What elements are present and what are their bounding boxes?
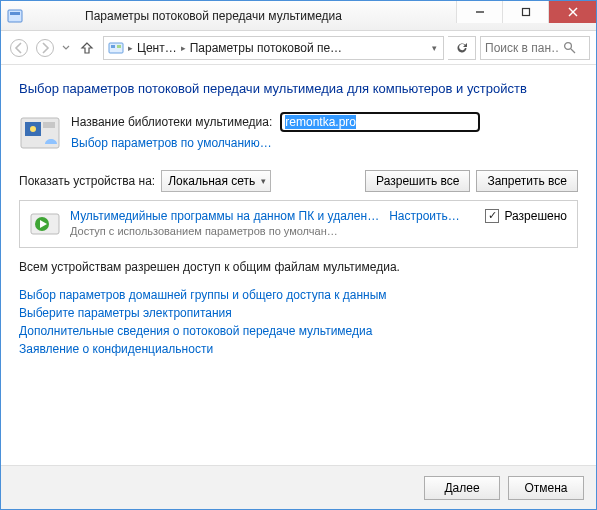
select-value: Локальная сеть: [168, 174, 255, 188]
refresh-button[interactable]: [448, 36, 476, 60]
svg-point-7: [37, 39, 54, 56]
svg-point-6: [11, 39, 28, 56]
media-program-icon: [30, 209, 60, 239]
search-box[interactable]: [480, 36, 590, 60]
svg-point-11: [565, 43, 572, 50]
nav-forward-button[interactable]: [33, 36, 57, 60]
show-devices-label: Показать устройства на:: [19, 174, 155, 188]
chevron-right-icon: ▸: [181, 43, 186, 53]
device-allowed-checkbox[interactable]: [485, 209, 499, 223]
titlebar: Параметры потоковой передачи мультимедиа: [1, 1, 596, 31]
chevron-down-icon[interactable]: ▾: [432, 43, 437, 53]
library-name-label: Название библиотеки мультимедиа:: [71, 115, 272, 129]
close-button[interactable]: [548, 1, 596, 23]
maximize-button[interactable]: [502, 1, 548, 23]
device-status-label: Разрешено: [504, 209, 567, 223]
footnote-text: Всем устройствам разрешен доступ к общим…: [19, 260, 578, 274]
device-subtext: Доступ с использованием параметров по ум…: [70, 225, 475, 237]
svg-rect-9: [111, 45, 115, 48]
nav-back-button[interactable]: [7, 36, 31, 60]
address-bar[interactable]: ▸ Цент… ▸ Параметры потоковой пе… ▾: [103, 36, 444, 60]
svg-line-12: [571, 49, 575, 53]
chevron-down-icon: ▾: [261, 176, 266, 186]
footer: Далее Отмена: [1, 465, 596, 509]
block-all-button[interactable]: Запретить все: [476, 170, 578, 192]
allow-all-button[interactable]: Разрешить все: [365, 170, 470, 192]
search-icon: [563, 41, 576, 54]
device-row: Мультимедийные программы на данном ПК и …: [19, 200, 578, 248]
streaming-info-link[interactable]: Дополнительные сведения о потоковой пере…: [19, 324, 578, 338]
default-settings-link[interactable]: Выбор параметров по умолчанию…: [71, 136, 272, 150]
device-configure-link[interactable]: Настроить…: [389, 209, 460, 223]
window-title: Параметры потоковой передачи мультимедиа: [0, 9, 456, 23]
media-library-icon: [19, 112, 61, 154]
search-input[interactable]: [485, 41, 559, 55]
nav-up-button[interactable]: [75, 36, 99, 60]
library-name-input[interactable]: [280, 112, 480, 132]
svg-rect-3: [522, 9, 529, 16]
navbar: ▸ Цент… ▸ Параметры потоковой пе… ▾: [1, 31, 596, 65]
breadcrumb[interactable]: Параметры потоковой пе…: [190, 41, 342, 55]
homegroup-sharing-link[interactable]: Выбор параметров домашней группы и общег…: [19, 288, 578, 302]
network-scope-select[interactable]: Локальная сеть ▾: [161, 170, 271, 192]
page-heading: Выбор параметров потоковой передачи муль…: [19, 81, 578, 98]
minimize-button[interactable]: [456, 1, 502, 23]
power-options-link[interactable]: Выберите параметры электропитания: [19, 306, 578, 320]
chevron-right-icon: ▸: [128, 43, 133, 53]
device-title-link[interactable]: Мультимедийные программы на данном ПК и …: [70, 209, 379, 223]
svg-rect-10: [117, 45, 121, 48]
privacy-statement-link[interactable]: Заявление о конфиденциальности: [19, 342, 578, 356]
next-button[interactable]: Далее: [424, 476, 500, 500]
breadcrumb[interactable]: Цент…: [137, 41, 177, 55]
svg-point-15: [30, 126, 36, 132]
nav-history-dropdown[interactable]: [59, 36, 73, 60]
control-panel-icon: [108, 40, 124, 56]
svg-rect-16: [43, 122, 55, 128]
cancel-button[interactable]: Отмена: [508, 476, 584, 500]
content: Выбор параметров потоковой передачи муль…: [1, 65, 596, 465]
window-controls: [456, 1, 596, 30]
